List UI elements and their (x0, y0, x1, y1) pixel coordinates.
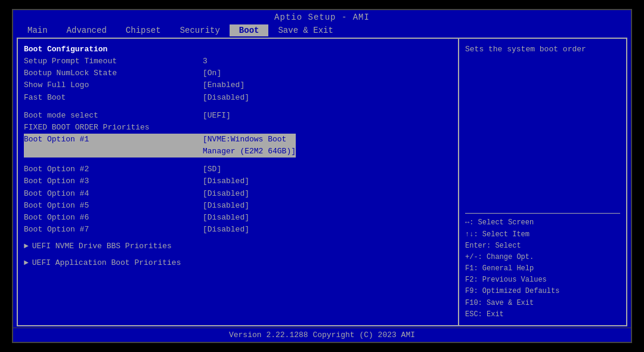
key-select-screen: ↔: Select Screen (465, 217, 620, 229)
label-boot-opt3: Boot Option #3 (24, 175, 203, 187)
row-boot-opt6[interactable]: Boot Option #6 [Disabled] (24, 212, 452, 224)
value-numlock: [On] (203, 67, 221, 79)
divider (465, 213, 620, 214)
right-panel: Sets the system boot order ↔: Select Scr… (459, 39, 626, 325)
help-text: Sets the system boot order (465, 44, 620, 209)
nav-save-exit[interactable]: Save & Exit (268, 24, 342, 36)
label-boot-opt4: Boot Option #4 (24, 188, 203, 200)
label-fixed-boot: FIXED BOOT ORDER Priorities (24, 122, 203, 134)
footer-text: Version 2.22.1288 Copyright (C) 2023 AMI (229, 331, 415, 339)
nav-boot[interactable]: Boot (230, 24, 269, 36)
value-boot-opt3: [Disabled] (203, 175, 249, 187)
submenu-app-boot[interactable]: ► UEFI Application Boot Priorities (24, 257, 452, 269)
row-boot-opt7[interactable]: Boot Option #7 [Disabled] (24, 224, 452, 236)
row-boot-mode[interactable]: Boot mode select [UEFI] (24, 110, 452, 122)
label-boot-opt2: Boot Option #2 (24, 163, 203, 175)
label-boot-opt6: Boot Option #6 (24, 212, 203, 224)
key-esc: ESC: Exit (465, 309, 620, 320)
row-boot-opt2[interactable]: Boot Option #2 [SD] (24, 163, 452, 175)
value-boot-opt2: [SD] (203, 163, 221, 175)
key-enter: Enter: Select (465, 240, 620, 252)
label-full-logo: Show Full Logo (24, 79, 203, 91)
row-fixed-boot: FIXED BOOT ORDER Priorities (24, 122, 452, 134)
row-boot-opt5[interactable]: Boot Option #5 [Disabled] (24, 200, 452, 212)
label-fast-boot: Fast Boot (24, 92, 203, 104)
left-panel: Boot Configuration Setup Prompt Timeout … (18, 39, 459, 325)
submenu-nvme[interactable]: ► UEFI NVME Drive BBS Priorities (24, 240, 452, 252)
label-boot-opt5: Boot Option #5 (24, 200, 203, 212)
value-boot-opt5: [Disabled] (203, 200, 249, 212)
value-fast-boot: [Disabled] (203, 92, 249, 104)
row-boot-config: Boot Configuration (24, 44, 452, 55)
nav-security[interactable]: Security (171, 24, 230, 36)
key-f1: F1: General Help (465, 263, 620, 274)
arrow-icon-app: ► (24, 257, 29, 269)
label-numlock: Bootup NumLock State (24, 67, 203, 79)
nav-chipset[interactable]: Chipset (116, 24, 171, 36)
value-boot-opt1: [NVME:Windows BootManager (E2M2 64GB)] (203, 134, 296, 158)
label-submenu-nvme: UEFI NVME Drive BBS Priorities (32, 240, 172, 252)
title-bar: Aptio Setup - AMI (13, 10, 631, 23)
footer: Version 2.22.1288 Copyright (C) 2023 AMI (13, 328, 631, 342)
label-boot-config: Boot Configuration (24, 44, 203, 55)
row-boot-opt3[interactable]: Boot Option #3 [Disabled] (24, 175, 452, 187)
row-numlock[interactable]: Bootup NumLock State [On] (24, 67, 452, 79)
label-prompt-timeout: Setup Prompt Timeout (24, 55, 203, 67)
app-title: Aptio Setup - AMI (274, 13, 370, 22)
nav-bar[interactable]: Main Advanced Chipset Security Boot Save… (13, 23, 631, 36)
value-full-logo: [Enabled] (203, 79, 244, 91)
row-boot-opt4[interactable]: Boot Option #4 [Disabled] (24, 188, 452, 200)
arrow-icon-nvme: ► (24, 240, 29, 252)
value-boot-opt4: [Disabled] (203, 188, 249, 200)
content-area: Boot Configuration Setup Prompt Timeout … (17, 38, 627, 326)
value-boot-mode: [UEFI] (203, 110, 231, 122)
label-boot-opt7: Boot Option #7 (24, 224, 203, 236)
row-fast-boot[interactable]: Fast Boot [Disabled] (24, 92, 452, 104)
label-boot-mode: Boot mode select (24, 110, 203, 122)
nav-advanced[interactable]: Advanced (57, 24, 116, 36)
bios-screen: Aptio Setup - AMI Main Advanced Chipset … (12, 9, 632, 343)
key-change-opt: +/-: Change Opt. (465, 252, 620, 263)
key-hints: ↔: Select Screen ↑↓: Select Item Enter: … (465, 217, 620, 320)
key-select-item: ↑↓: Select Item (465, 229, 620, 240)
row-prompt-timeout[interactable]: Setup Prompt Timeout 3 (24, 55, 452, 67)
key-f9: F9: Optimized Defaults (465, 286, 620, 297)
value-boot-opt6: [Disabled] (203, 212, 249, 224)
label-boot-opt1: Boot Option #1 (24, 134, 203, 158)
value-boot-opt7: [Disabled] (203, 224, 249, 236)
spacer-2 (24, 158, 452, 163)
key-f2: F2: Previous Values (465, 274, 620, 286)
label-submenu-app: UEFI Application Boot Priorities (32, 257, 181, 269)
key-f10: F10: Save & Exit (465, 298, 620, 309)
spacer-1 (24, 104, 452, 110)
row-boot-opt1[interactable]: Boot Option #1 [NVME:Windows BootManager… (24, 134, 452, 158)
value-prompt-timeout: 3 (203, 55, 208, 67)
nav-main[interactable]: Main (18, 24, 57, 36)
row-full-logo[interactable]: Show Full Logo [Enabled] (24, 79, 452, 91)
